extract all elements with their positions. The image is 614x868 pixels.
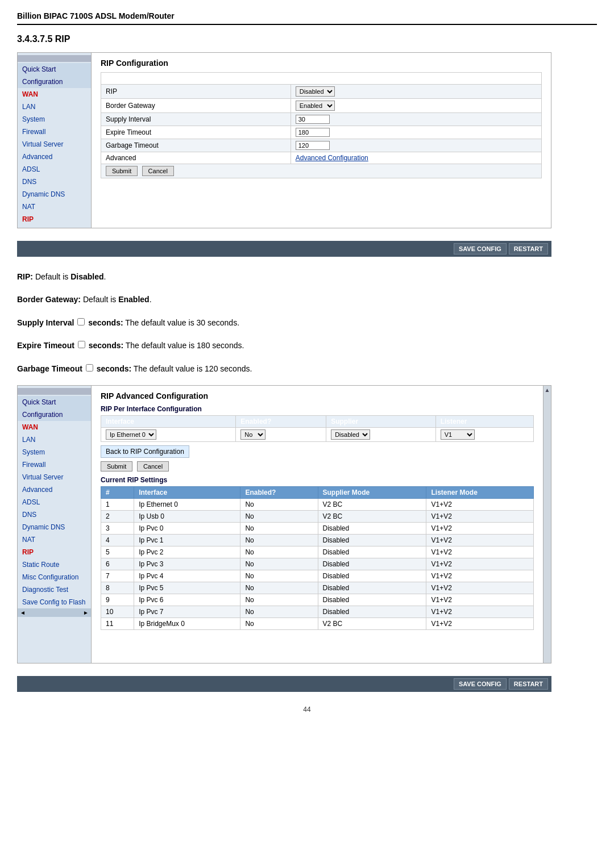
border-gateway-label: Border Gateway <box>101 99 291 113</box>
sidebar-item-dns[interactable]: DNS <box>18 176 91 188</box>
settings-row-6: 6 Ip Pvc 3 No Disabled V1+V2 <box>101 558 534 570</box>
sidebar2-item-quickstart[interactable]: Quick Start <box>18 396 91 408</box>
expire-timeout-checkbox[interactable] <box>78 341 85 348</box>
expire-timeout-row: Expire Timeout <box>101 126 542 139</box>
supplier-select[interactable]: Disabled V1 V2 V2 BC <box>331 429 370 440</box>
sidebar2-item-configuration[interactable]: Configuration <box>18 408 91 421</box>
rip-control[interactable]: Disabled Enabled <box>291 85 541 99</box>
settings-header-row: # Interface Enabled? Supplier Mode Liste… <box>101 486 534 498</box>
sidebar2-item-system[interactable]: System <box>18 446 91 458</box>
supply-interval-checkbox[interactable] <box>77 318 85 326</box>
sidebar2-item-saveconfig[interactable]: Save Config to Flash <box>18 596 91 608</box>
sidebar2-item-adsl[interactable]: ADSL <box>18 496 91 508</box>
supplier-select-cell[interactable]: Disabled V1 V2 V2 BC <box>326 427 435 441</box>
sidebar-item-configuration[interactable]: Configuration <box>18 76 91 88</box>
row-supplier-2: V2 BC <box>318 510 426 522</box>
submit-button[interactable]: Submit <box>106 166 138 176</box>
restart-button-2[interactable]: RESTART <box>509 678 548 690</box>
page-header: Billion BIPAC 7100S ADSL Modem/Router <box>17 11 597 25</box>
sidebar-item-virtualserver[interactable]: Virtual Server <box>18 138 91 151</box>
supplier-col-header: Supplier <box>326 415 435 427</box>
sidebar-item-advanced[interactable]: Advanced <box>18 151 91 163</box>
expire-timeout-input[interactable] <box>296 128 330 137</box>
sidebar-item-dynamicdns[interactable]: Dynamic DNS <box>18 188 91 201</box>
cancel-button[interactable]: Cancel <box>142 166 174 176</box>
save-config-button-1[interactable]: SAVE CONFIG <box>454 243 507 254</box>
row-listener-6: V1+V2 <box>426 558 534 570</box>
enabled-select[interactable]: No Yes <box>240 429 265 440</box>
row-supplier-8: Disabled <box>318 582 426 594</box>
row-iface-8: Ip Pvc 5 <box>134 582 240 594</box>
sidebar2-item-advanced[interactable]: Advanced <box>18 483 91 496</box>
row-num-2: 2 <box>101 510 134 522</box>
sidebar-item-firewall[interactable]: Firewall <box>18 126 91 138</box>
row-supplier-9: Disabled <box>318 594 426 606</box>
settings-row-8: 8 Ip Pvc 5 No Disabled V1+V2 <box>101 582 534 594</box>
section-title: 3.4.3.7.5 RIP <box>17 34 597 44</box>
advanced-row: Advanced Advanced Configuration <box>101 152 542 164</box>
submit-cancel-row-2: Submit Cancel <box>101 461 534 471</box>
row-listener-11: V1+V2 <box>426 617 534 629</box>
garbage-timeout-control[interactable] <box>291 139 541 152</box>
sidebar-item-system[interactable]: System <box>18 113 91 126</box>
sidebar2-item-dns[interactable]: DNS <box>18 508 91 521</box>
sidebar2-item-lan[interactable]: LAN <box>18 433 91 446</box>
garbage-timeout-input[interactable] <box>296 141 330 150</box>
iface-select[interactable]: Ip Ethernet 0 <box>106 429 156 440</box>
bottom-bar-buttons-2: SAVE CONFIG RESTART <box>17 676 551 692</box>
advanced-control[interactable]: Advanced Configuration <box>291 152 541 164</box>
sidebar2-item-firewall[interactable]: Firewall <box>18 458 91 471</box>
supply-interval-input[interactable] <box>296 115 330 124</box>
desc-rip-bold2: Disabled <box>70 272 103 281</box>
rip-advanced-title: RIP Advanced Configuration <box>101 391 534 400</box>
advanced-config-link[interactable]: Advanced Configuration <box>296 154 368 162</box>
rip-select[interactable]: Disabled Enabled <box>296 86 335 97</box>
sidebar-item-adsl[interactable]: ADSL <box>18 163 91 176</box>
per-iface-header: Interface Enabled? Supplier Listener <box>101 415 534 427</box>
iface-select-cell[interactable]: Ip Ethernet 0 <box>101 427 236 441</box>
col-supplier-mode: Supplier Mode <box>318 486 426 498</box>
expire-timeout-control[interactable] <box>291 126 541 139</box>
row-enabled-5: No <box>240 546 318 558</box>
params-header-row: Parameters <box>101 73 542 85</box>
sidebar2-item-diagnostictest[interactable]: Diagnostic Test <box>18 583 91 596</box>
submit-button-2[interactable]: Submit <box>101 461 132 471</box>
listener-select[interactable]: V1 V2 V1+V2 <box>441 429 475 440</box>
save-config-button-2[interactable]: SAVE CONFIG <box>454 678 507 690</box>
sidebar-item-staticroute[interactable]: Static Route <box>18 226 91 228</box>
supply-interval-control[interactable] <box>291 113 541 126</box>
row-enabled-3: No <box>240 522 318 534</box>
sidebar-item-wan[interactable]: WAN <box>18 88 91 101</box>
back-to-rip-link[interactable]: Back to RIP Configuration <box>101 445 189 458</box>
sidebar2-item-wan[interactable]: WAN <box>18 421 91 433</box>
settings-row-5: 5 Ip Pvc 2 No Disabled V1+V2 <box>101 546 534 558</box>
row-enabled-11: No <box>240 617 318 629</box>
border-gateway-control[interactable]: Enabled Disabled <box>291 99 541 113</box>
sidebar2-item-virtualserver[interactable]: Virtual Server <box>18 471 91 483</box>
sidebar2-item-dynamicdns[interactable]: Dynamic DNS <box>18 521 91 533</box>
restart-button-1[interactable]: RESTART <box>509 243 548 254</box>
sidebar-item-rip[interactable]: RIP <box>18 213 91 226</box>
bottom-bar-1: SAVE CONFIG RESTART <box>17 241 551 257</box>
sidebar-item-quickstart[interactable]: Quick Start <box>18 63 91 76</box>
row-listener-9: V1+V2 <box>426 594 534 606</box>
listener-select-cell[interactable]: V1 V2 V1+V2 <box>435 427 533 441</box>
cancel-button-2[interactable]: Cancel <box>137 461 169 471</box>
sidebar2-item-miscconfig[interactable]: Misc Configuration <box>18 571 91 583</box>
garbage-timeout-checkbox[interactable] <box>86 364 93 372</box>
sidebar2-item-staticroute[interactable]: Static Route <box>18 558 91 571</box>
row-listener-3: V1+V2 <box>426 522 534 534</box>
desc-bg-bold1: Border Gateway: <box>17 295 81 304</box>
row-iface-2: Ip Usb 0 <box>134 510 240 522</box>
sidebar2-item-rip[interactable]: RIP <box>18 546 91 558</box>
sidebar-item-nat[interactable]: NAT <box>18 201 91 213</box>
submit-row: Submit Cancel <box>101 164 542 178</box>
enabled-select-cell[interactable]: No Yes <box>236 427 326 441</box>
row-listener-10: V1+V2 <box>426 606 534 617</box>
expire-timeout-label: Expire Timeout <box>101 126 291 139</box>
desc-et-bold1: Expire Timeout <box>17 341 74 350</box>
sidebar-item-lan[interactable]: LAN <box>18 101 91 113</box>
row-enabled-2: No <box>240 510 318 522</box>
sidebar2-item-nat[interactable]: NAT <box>18 533 91 546</box>
border-gateway-select[interactable]: Enabled Disabled <box>296 101 335 111</box>
